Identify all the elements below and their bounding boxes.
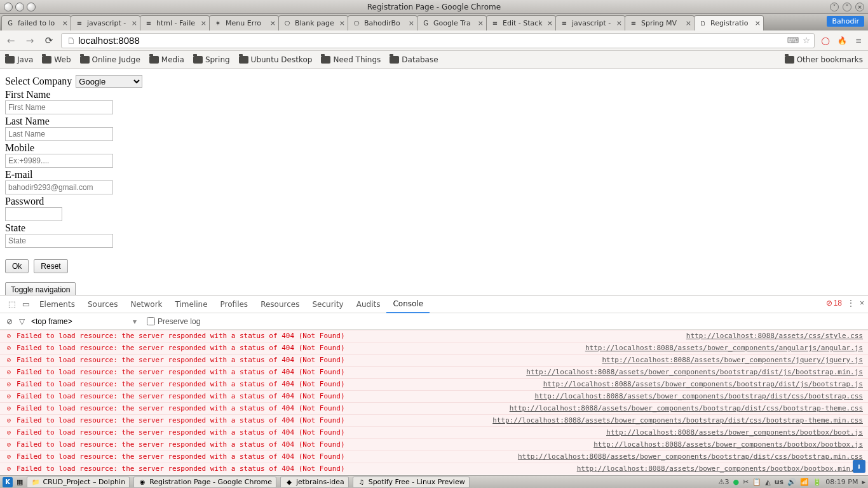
- extension-icon[interactable]: 🔥: [836, 35, 848, 46]
- bookmark-folder[interactable]: Web: [42, 55, 71, 64]
- company-select[interactable]: Google: [76, 75, 142, 88]
- window-min-icon[interactable]: ˅: [830, 3, 839, 11]
- devtools-tab[interactable]: Console: [386, 295, 430, 313]
- browser-tab[interactable]: ≡Spring MV×: [625, 15, 695, 30]
- error-count[interactable]: 18: [826, 299, 842, 308]
- close-tab-icon[interactable]: ×: [616, 19, 622, 27]
- clipboard-icon[interactable]: ✂: [743, 478, 749, 486]
- close-tab-icon[interactable]: ×: [201, 19, 207, 27]
- filter-icon[interactable]: ▽: [19, 317, 25, 326]
- frame-selector[interactable]: [31, 317, 126, 326]
- omnibox[interactable]: 🗋 ⌨ ☆: [61, 33, 815, 48]
- browser-tab[interactable]: GGoogle Tra×: [417, 15, 487, 30]
- k-menu-icon[interactable]: K: [3, 477, 13, 487]
- spotify-tray-icon[interactable]: ●: [733, 478, 739, 486]
- error-source-link[interactable]: http://localhost:8088/assets/bower_compo…: [602, 355, 863, 366]
- first-name-input[interactable]: [5, 100, 113, 114]
- browser-tab[interactable]: ≡javascript - ×: [71, 15, 140, 30]
- last-name-input[interactable]: [5, 127, 113, 141]
- volume-icon[interactable]: 🔊: [787, 478, 796, 486]
- devtools-tab[interactable]: Elements: [33, 295, 81, 313]
- reload-button[interactable]: ⟳: [42, 34, 56, 48]
- close-tab-icon[interactable]: ×: [755, 19, 761, 27]
- frame-dropdown-icon[interactable]: ▾: [133, 317, 137, 326]
- activity-icon[interactable]: ▦: [17, 478, 23, 486]
- devtools-tab[interactable]: Security: [306, 295, 349, 313]
- close-tab-icon[interactable]: ×: [547, 19, 553, 27]
- error-source-link[interactable]: http://localhost:8088/assets/bower_compo…: [585, 342, 863, 354]
- window-close-icon[interactable]: [4, 3, 13, 11]
- state-input[interactable]: [5, 234, 113, 248]
- close-tab-icon[interactable]: ×: [478, 19, 484, 27]
- preserve-log-checkbox[interactable]: [147, 317, 155, 325]
- error-source-link[interactable]: http://localhost:8088/assets/bower_compo…: [543, 379, 863, 390]
- updates-icon[interactable]: ⚠3: [719, 478, 729, 486]
- devtools-tab[interactable]: Sources: [81, 295, 124, 313]
- back-button[interactable]: ←: [4, 34, 18, 48]
- error-source-link[interactable]: http://localhost:8088/assets/bower_compo…: [577, 463, 863, 475]
- window-x-icon[interactable]: ×: [855, 3, 864, 11]
- reset-button[interactable]: Reset: [34, 259, 67, 273]
- devtools-menu-icon[interactable]: ⋮: [847, 299, 855, 308]
- error-source-link[interactable]: http://localhost:8088/assets/bower_compo…: [510, 403, 863, 414]
- clock[interactable]: 08:19 PM: [825, 478, 858, 486]
- error-source-link[interactable]: http://localhost:8088/assets/bower_compo…: [526, 367, 863, 378]
- toggle-nav-button[interactable]: Toggle navigation: [5, 282, 76, 295]
- translate-icon[interactable]: ⌨: [787, 36, 799, 45]
- error-source-link[interactable]: http://localhost:8088/assets/bower_compo…: [534, 391, 863, 402]
- clear-console-icon[interactable]: ⊘: [6, 317, 13, 326]
- window-maximize-icon[interactable]: [27, 3, 36, 11]
- ok-button[interactable]: Ok: [5, 259, 29, 273]
- error-source-link[interactable]: http://localhost:8088/assets/bower_compo…: [606, 427, 863, 438]
- browser-tab[interactable]: ⎔BahodirBo×: [348, 15, 417, 30]
- error-source-link[interactable]: http://localhost:8088/assets/bower_compo…: [518, 451, 863, 463]
- devtools-tab[interactable]: Network: [124, 295, 168, 313]
- taskbar-window[interactable]: ◆jetbrains-idea: [280, 477, 349, 488]
- close-tab-icon[interactable]: ×: [270, 19, 276, 27]
- tray-expand-icon[interactable]: ▸: [862, 478, 865, 486]
- forward-button[interactable]: →: [23, 34, 37, 48]
- notifications-icon[interactable]: ◭: [765, 478, 770, 486]
- bookmark-folder[interactable]: Database: [390, 55, 438, 64]
- bookmark-folder[interactable]: Spring: [193, 55, 230, 64]
- devtools-tab[interactable]: Resources: [254, 295, 306, 313]
- menu-icon[interactable]: ≡: [853, 35, 864, 46]
- taskbar-window[interactable]: 📁CRUD_Project – Dolphin: [27, 477, 130, 488]
- window-max-icon[interactable]: ˄: [843, 3, 851, 11]
- browser-tab[interactable]: 🗋Registratio×: [694, 15, 764, 30]
- close-tab-icon[interactable]: ×: [409, 19, 414, 27]
- browser-tab[interactable]: ⎔Blank page×: [278, 15, 348, 30]
- devtools-tab[interactable]: Timeline: [169, 295, 214, 313]
- network-icon[interactable]: 📶: [800, 478, 809, 486]
- email-input[interactable]: [5, 180, 113, 194]
- error-source-link[interactable]: http://localhost:8088/assets/css/style.c…: [686, 330, 863, 342]
- close-tab-icon[interactable]: ×: [339, 19, 345, 27]
- browser-tab[interactable]: ≡javascript - ×: [555, 15, 625, 30]
- scroll-down-icon[interactable]: ⬇: [853, 460, 865, 473]
- bookmark-folder[interactable]: Online Judge: [80, 55, 140, 64]
- other-bookmarks[interactable]: Other bookmarks: [785, 55, 863, 64]
- window-minimize-icon[interactable]: [15, 3, 24, 11]
- battery-icon[interactable]: 🔋: [813, 478, 822, 486]
- star-icon[interactable]: ☆: [803, 36, 810, 45]
- browser-tab[interactable]: ≡html - Faile×: [140, 15, 210, 30]
- user-badge[interactable]: Bahodir: [827, 16, 864, 27]
- keyboard-layout[interactable]: us: [775, 478, 783, 486]
- error-source-link[interactable]: http://localhost:8088/assets/bower_compo…: [492, 415, 863, 426]
- browser-tab[interactable]: Gfailed to lo×: [1, 15, 71, 30]
- taskbar-window[interactable]: ♫Spotify Free - Linux Preview: [353, 477, 470, 488]
- inspect-icon[interactable]: ⬚: [5, 299, 19, 309]
- opera-icon[interactable]: ◯: [820, 35, 831, 46]
- close-tab-icon[interactable]: ×: [132, 19, 137, 27]
- device-icon[interactable]: ▭: [19, 299, 33, 309]
- bookmark-folder[interactable]: Java: [5, 55, 33, 64]
- close-tab-icon[interactable]: ×: [686, 19, 691, 27]
- devtools-close-icon[interactable]: ×: [860, 299, 864, 308]
- url-input[interactable]: [78, 35, 787, 46]
- klipper-icon[interactable]: 📋: [752, 478, 761, 486]
- password-input[interactable]: [5, 207, 62, 221]
- browser-tab[interactable]: ≡Edit - Stack×: [486, 15, 556, 30]
- bookmark-folder[interactable]: Need Things: [321, 55, 381, 64]
- error-source-link[interactable]: http://localhost:8088/assets/bower_compo…: [593, 439, 863, 451]
- mobile-input[interactable]: [5, 154, 113, 168]
